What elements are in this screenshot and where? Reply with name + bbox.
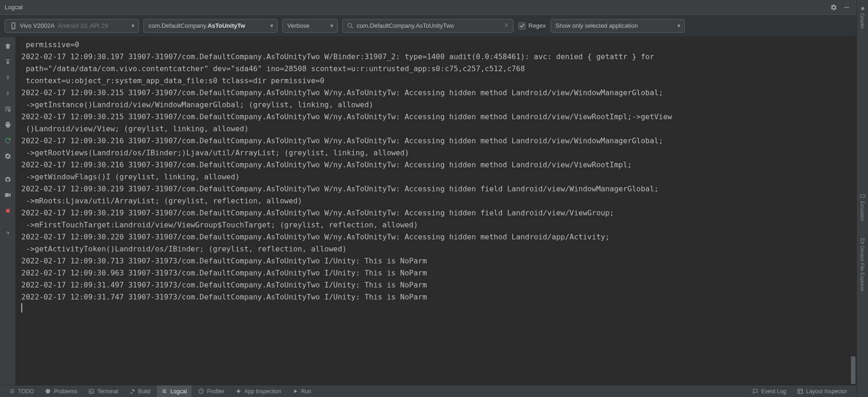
phone-icon [10,22,17,30]
layout-icon [797,388,803,394]
minimize-icon [843,4,850,11]
tab-profiler[interactable]: Profiler [193,385,229,397]
gradle-icon [860,6,866,12]
clear-log-button[interactable] [2,41,13,52]
warning-icon [45,388,51,394]
tab-run[interactable]: Run [288,385,316,397]
svg-point-11 [46,389,50,394]
chat-icon [752,388,758,394]
print-icon [4,121,12,128]
scroll-to-end-button[interactable] [2,56,13,67]
list-icon [9,388,15,394]
right-tool-tabs: Gradle Emulator Device File Explorer [856,0,868,397]
restart-icon [4,137,12,144]
up-button[interactable] [2,72,13,83]
scroll-end-icon [4,58,12,66]
tab-problems[interactable]: Problems [40,385,82,397]
stop-icon [4,207,12,214]
device-info: Android 10, API 29 [58,22,108,29]
titlebar: Logcat [0,0,856,15]
vertical-scrollbar[interactable] [850,37,856,385]
search-icon [347,22,354,30]
bug-icon [236,388,242,394]
log-level-value: Verbose [287,22,310,29]
svg-rect-26 [860,195,865,197]
gear-icon [830,4,837,11]
side-toolbar [0,37,16,385]
stop-button[interactable] [2,205,13,216]
svg-rect-22 [798,389,803,394]
tab-event-log[interactable]: Event Log [748,385,791,397]
chevron-down-icon: ▾ [327,22,334,29]
text-cursor [21,303,22,312]
panel-title: Logcat [5,4,23,11]
play-icon [292,388,298,394]
tab-terminal[interactable]: Terminal [84,385,123,397]
tab-logcat[interactable]: Logcat [157,385,192,397]
hammer-icon [130,388,136,394]
svg-point-3 [348,23,352,27]
package-prefix: com.DefaultCompany. [149,22,208,29]
device-name: Vivo V2002A [20,22,54,29]
package-name: AsToUnityTw [208,22,245,29]
chevron-down-icon: ▾ [674,22,681,29]
camera-icon [4,176,12,183]
help-icon [4,230,12,238]
filter-scope-value: Show only selected application [556,22,638,29]
tab-layout-inspector[interactable]: Layout Inspector [793,385,852,397]
checkbox-checked-icon [518,22,526,30]
regex-label: Regex [528,22,546,29]
tab-emulator[interactable]: Emulator [857,189,868,225]
tab-todo[interactable]: TODO [5,385,38,397]
arrow-up-icon [4,74,12,81]
tab-build[interactable]: Build [125,385,155,397]
svg-rect-12 [89,389,94,393]
scrollbar-thumb[interactable] [851,356,856,384]
phone-icon [860,193,866,199]
screenshot-button[interactable] [2,174,13,185]
restart-button[interactable] [2,135,13,146]
chevron-down-icon: ▾ [128,22,135,29]
device-selector[interactable]: Vivo V2002A Android 10, API 29 ▾ [5,19,139,33]
minimize-button[interactable] [842,2,852,12]
tab-app-inspection[interactable]: App Inspection [231,385,285,397]
log-level-selector[interactable]: Verbose ▾ [282,19,338,33]
tab-device-explorer[interactable]: Device File Explorer [857,234,868,295]
terminal-icon [88,388,94,394]
soft-wrap-button[interactable] [2,104,13,115]
arrow-down-icon [4,90,12,97]
regex-checkbox[interactable]: Regex [518,22,546,30]
video-icon [4,191,12,199]
chevron-down-icon: ▾ [267,22,273,29]
down-button[interactable] [2,88,13,99]
help-button[interactable] [2,228,13,239]
bottom-tool-tabs: TODO Problems Terminal Build Logcat Prof… [0,385,856,397]
svg-point-17 [237,390,240,392]
log-output[interactable]: permissive=0 2022-02-17 12:09:30.197 319… [16,37,856,318]
filter-scope-selector[interactable]: Show only selected application ▾ [551,19,685,33]
svg-point-25 [861,7,864,10]
filter-toolbar: Vivo V2002A Android 10, API 29 ▾ com.Def… [0,15,856,37]
settings2-button[interactable] [2,151,13,162]
svg-rect-7 [6,209,10,213]
package-selector[interactable]: com.DefaultCompany.AsToUnityTw ▾ [143,19,278,33]
gear-icon [4,153,12,160]
logcat-icon [161,388,167,394]
print-button[interactable] [2,119,13,130]
tab-gradle[interactable]: Gradle [857,2,868,32]
wrap-icon [4,105,12,113]
trash-icon [4,43,12,50]
clear-search-button[interactable] [503,22,509,30]
gauge-icon [198,388,204,394]
search-input[interactable] [357,22,503,29]
record-button[interactable] [2,189,13,201]
svg-line-4 [351,27,353,28]
close-icon [503,22,509,28]
settings-button[interactable] [829,2,839,12]
search-input-container[interactable] [342,19,514,33]
log-viewport[interactable]: permissive=0 2022-02-17 12:09:30.197 319… [16,37,856,385]
folder-icon [860,238,866,244]
